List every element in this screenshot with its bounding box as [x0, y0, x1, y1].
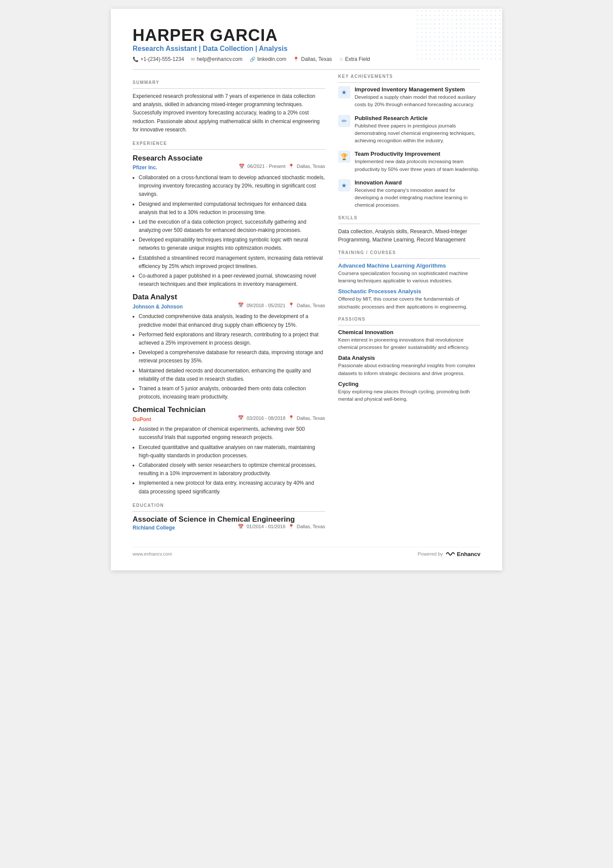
summary-text: Experienced research professional with 7… [133, 92, 325, 134]
training-label: TRAINING / COURSES [338, 250, 480, 255]
course-text-1: Offered by MIT, this course covers the f… [338, 295, 480, 311]
achievement-icon-0: ★ [338, 86, 350, 98]
bullet-2-1: Performed field explorations and library… [139, 331, 325, 347]
bullet-1-1: Designed and implemented computational t… [139, 200, 325, 217]
achievement-content-1: Published Research Article Published thr… [355, 115, 480, 145]
passion-text-2: Enjoy exploring new places through cycli… [338, 388, 480, 403]
passion-text-1: Passionate about extracting meaningful i… [338, 362, 480, 377]
job-company-2: Johnson & Johnson [133, 304, 183, 310]
bullet-3-0: Assisted in the preparation of chemical … [139, 425, 325, 442]
contact-website: 🔗 linkedin.com [250, 56, 287, 62]
school-name: Richland College [133, 525, 175, 531]
education-divider [133, 511, 325, 512]
bullet-2-4: Trained a team of 5 junior analysts, onb… [139, 385, 325, 401]
bullet-1-0: Collaborated on a cross-functional team … [139, 174, 325, 199]
calendar-icon-3: 📅 [238, 415, 244, 421]
passion-title-2: Cycling [338, 381, 480, 387]
email-icon: ✉ [191, 57, 195, 62]
bullet-1-2: Led the execution of a data collection p… [139, 218, 325, 235]
bullet-2-0: Conducted comprehensive data analysis, l… [139, 312, 325, 329]
achievement-content-0: Improved Inventory Management System Dev… [355, 86, 480, 109]
course-text-0: Coursera specialization focusing on soph… [338, 270, 480, 285]
achievement-3: ★ Innovation Award Received the company'… [338, 179, 480, 209]
edu-meta-row: Richland College 📅 01/2014 - 01/2016 📍 D… [133, 524, 325, 532]
achievement-2: 🏆 Team Productivity Improvement Implemen… [338, 151, 480, 173]
star-icon-small: ☆ [339, 57, 343, 62]
bullet-3-3: Implemented a new protocol for data entr… [139, 479, 325, 496]
job-company-3: DuPont [133, 416, 151, 422]
calendar-icon-edu: 📅 [238, 524, 244, 530]
bullet-1-4: Established a streamlined record managem… [139, 254, 325, 271]
enhancv-logo: Enhancv [446, 551, 480, 557]
skills-text: Data collection, Analysis skills, Resear… [338, 228, 480, 244]
passion-title-0: Chemical Innovation [338, 329, 480, 335]
degree-title: Associate of Science in Chemical Enginee… [133, 515, 325, 524]
job-title-2: Data Analyst [133, 293, 325, 302]
enhancv-logomark [446, 551, 455, 557]
job-bullets-3: Assisted in the preparation of chemical … [133, 425, 325, 496]
job-dates-loc-3: 📅 03/2016 - 08/2018 📍 Dallas, Texas [238, 415, 325, 421]
contact-location: 📍 Dallas, Texas [293, 56, 332, 62]
bullet-2-2: Developed a comprehensive database for r… [139, 349, 325, 365]
contact-email: ✉ help@enhancv.com [191, 56, 242, 62]
job-dates-loc-1: 📅 06/2021 - Present 📍 Dallas, Texas [239, 164, 325, 169]
footer-url: www.enhancv.com [133, 551, 172, 556]
contact-phone: 📞 +1-(234)-555-1234 [133, 56, 184, 62]
achievement-text-2: Implemented new data protocols increasin… [355, 158, 480, 173]
experience-divider [133, 149, 325, 150]
experience-label: EXPERIENCE [133, 141, 325, 146]
bullet-3-1: Executed quantitative and qualitative an… [139, 443, 325, 460]
achievement-title-3: Innovation Award [355, 179, 480, 186]
location-icon: 📍 [293, 57, 299, 62]
phone-icon: 📞 [133, 57, 139, 62]
job-meta-row-3: DuPont 📅 03/2016 - 08/2018 📍 Dallas, Tex… [133, 415, 325, 423]
location-icon-1: 📍 [288, 164, 294, 169]
passion-title-1: Data Analysis [338, 355, 480, 361]
calendar-icon-1: 📅 [239, 164, 245, 169]
skills-divider [338, 224, 480, 224]
achievement-text-0: Developed a supply chain model that redu… [355, 94, 480, 109]
passions-label: PASSIONS [338, 317, 480, 322]
achievement-content-2: Team Productivity Improvement Implemente… [355, 151, 480, 173]
main-content: SUMMARY Experienced research professiona… [133, 74, 480, 534]
location-icon-edu: 📍 [288, 524, 294, 530]
left-column: SUMMARY Experienced research professiona… [133, 74, 325, 534]
achievement-title-0: Improved Inventory Management System [355, 86, 480, 93]
edu-dates-loc: 📅 01/2014 - 01/2016 📍 Dallas, Texas [238, 524, 325, 530]
achievement-title-1: Published Research Article [355, 115, 480, 121]
job-company-1: Pfizer Inc. [133, 164, 157, 171]
achievement-title-2: Team Productivity Improvement [355, 151, 480, 157]
passion-text-0: Keen interest in pioneering innovations … [338, 336, 480, 352]
achievements-label: KEY ACHIEVEMENTS [338, 74, 480, 79]
header-divider [133, 69, 480, 70]
achievement-1: ✏ Published Research Article Published t… [338, 115, 480, 145]
education-label: EDUCATION [133, 503, 325, 508]
bullet-1-3: Developed explainability techniques inte… [139, 236, 325, 252]
resume-page: HARPER GARCIA Research Assistant | Data … [111, 9, 502, 570]
job-bullets-2: Conducted comprehensive data analysis, l… [133, 312, 325, 401]
course-title-1: Stochastic Processes Analysis [338, 288, 480, 295]
location-icon-3: 📍 [288, 415, 294, 421]
achievements-divider [338, 82, 480, 83]
achievement-0: ★ Improved Inventory Management System D… [338, 86, 480, 109]
job-meta-row-1: Pfizer Inc. 📅 06/2021 - Present 📍 Dallas… [133, 164, 325, 172]
skills-label: SKILLS [338, 215, 480, 220]
passions-divider [338, 325, 480, 325]
course-title-0: Advanced Machine Learning Algorithms [338, 262, 480, 269]
achievement-text-3: Received the company's innovation award … [355, 187, 480, 209]
bullet-1-5: Co-authored a paper published in a peer-… [139, 272, 325, 288]
bullet-2-3: Maintained detailed records and document… [139, 367, 325, 383]
job-title-3: Chemical Technician [133, 406, 325, 414]
achievement-text-1: Published three papers in prestigious jo… [355, 122, 480, 145]
calendar-icon-2: 📅 [238, 302, 244, 308]
achievement-content-3: Innovation Award Received the company's … [355, 179, 480, 209]
bullet-3-2: Collaborated closely with senior researc… [139, 461, 325, 478]
link-icon: 🔗 [250, 57, 256, 62]
achievement-icon-2: 🏆 [338, 151, 350, 163]
job-bullets-1: Collaborated on a cross-functional team … [133, 174, 325, 288]
candidate-name: HARPER GARCIA [133, 26, 480, 45]
job-meta-row-2: Johnson & Johnson 📅 09/2018 - 05/2021 📍 … [133, 302, 325, 311]
footer-powered: Powered by Enhancv [418, 551, 480, 557]
achievement-icon-3: ★ [338, 179, 350, 191]
footer: www.enhancv.com Powered by Enhancv [133, 547, 480, 557]
